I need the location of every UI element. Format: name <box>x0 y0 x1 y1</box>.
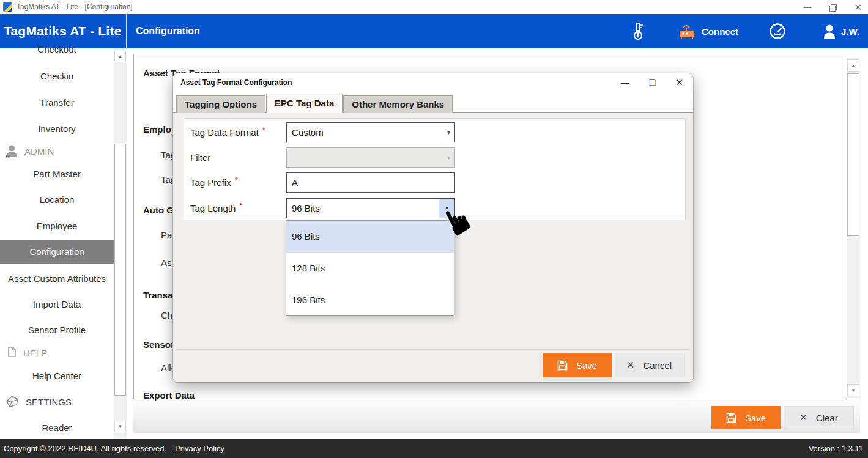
dialog-tabs: Tagging Options EPC Tag Data Other Memor… <box>176 94 453 113</box>
sidebar-section-admin-label: ADMIN <box>24 146 54 157</box>
dialog-cancel-button[interactable]: ✕ Cancel <box>614 353 685 377</box>
sidebar-item-location[interactable]: Location <box>0 191 114 209</box>
required-marker: * <box>262 125 265 135</box>
filter-label: Filter <box>190 147 210 168</box>
dropdown-option-96-bits[interactable]: 96 Bits <box>286 221 454 253</box>
app-icon <box>3 2 12 12</box>
section-transaction: Transa <box>143 290 172 300</box>
sidebar-item-asset-custom-attributes[interactable]: Asset Custom Attributes <box>0 270 114 288</box>
tag-length-label: Tag Length* <box>190 198 242 219</box>
page-save-label: Save <box>745 413 766 423</box>
tag-length-select[interactable]: 96 Bits ▾ <box>286 198 455 218</box>
sidebar-item-help-center[interactable]: Help Center <box>0 367 114 385</box>
sidebar-item-import-data[interactable]: Import Data <box>0 295 114 314</box>
tab-epc-tag-data[interactable]: EPC Tag Data <box>266 94 343 113</box>
dialog-minimize-button[interactable]: — <box>621 78 629 87</box>
window-minimize-button[interactable]: — <box>803 2 811 12</box>
dialog-footer-divider <box>177 349 689 350</box>
tag-length-dropdown-list: 96 Bits 128 Bits 196 Bits <box>286 220 454 316</box>
tag-length-dropdown-button[interactable]: ▾ <box>439 199 454 218</box>
sidebar-item-transfer[interactable]: Transfer <box>0 94 114 112</box>
page-clear-label: Clear <box>816 413 838 423</box>
sidebar-scroll-down-icon[interactable]: ▼ <box>114 421 126 432</box>
sidebar-item-checkout[interactable]: Checkout <box>0 40 114 59</box>
dialog-cancel-label: Cancel <box>643 360 672 371</box>
dropdown-option-196-bits[interactable]: 196 Bits <box>286 284 454 316</box>
window-title: TagMatiks AT - Lite - [Configuration] <box>17 0 133 14</box>
page-clear-button[interactable]: ✕ Clear <box>784 406 854 429</box>
section-sensor: Sensor <box>143 339 174 350</box>
window-close-button[interactable]: ✕ <box>854 2 862 13</box>
sidebar-section-settings-label: SETTINGS <box>26 397 72 407</box>
sidebar-section-settings: SETTINGS <box>5 393 72 410</box>
chevron-down-icon: ▾ <box>445 204 448 211</box>
sidebar-section-help: HELP <box>5 344 47 361</box>
sidebar-scroll-up-icon[interactable]: ▲ <box>114 51 126 62</box>
app-header: TagMatiks AT - Lite Configuration <box>0 14 868 48</box>
dialog-content: Tag Data Format* Custom ▾ Filter ▾ Tag P… <box>173 112 693 382</box>
tab-tagging-options[interactable]: Tagging Options <box>176 95 265 113</box>
header-divider <box>126 14 127 48</box>
page-action-bar: Save ✕ Clear <box>133 401 860 433</box>
os-titlebar: TagMatiks AT - Lite - [Configuration] — … <box>0 0 868 14</box>
tag-prefix-field-wrap <box>286 172 455 193</box>
main-scrollbar[interactable]: ▲ ▼ <box>847 58 860 398</box>
asset-tag-format-dialog: Asset Tag Format Configuration — □ ✕ Tag… <box>173 73 693 382</box>
chevron-down-icon: ▾ <box>447 148 450 167</box>
footer-bar: Copyright © 2022 RFID4U. All rights rese… <box>0 439 868 458</box>
connect-button[interactable]: Connect <box>678 23 738 39</box>
section-export-data: Export Data <box>143 390 195 401</box>
settings-cube-icon <box>5 394 20 409</box>
page-save-button[interactable]: Save <box>711 406 781 429</box>
sidebar-scroll-thumb[interactable] <box>114 144 126 396</box>
dropdown-option-128-bits[interactable]: 128 Bits <box>286 253 454 284</box>
required-marker: * <box>239 201 242 210</box>
dialog-titlebar: Asset Tag Format Configuration — □ ✕ <box>173 73 693 92</box>
sidebar-item-reader[interactable]: Reader <box>0 419 114 437</box>
tag-length-value: 96 Bits <box>292 203 320 213</box>
sidebar-item-checkin[interactable]: Checkin <box>0 67 114 86</box>
sidebar-section-admin: ADMIN <box>5 142 54 160</box>
version-text: Version : 1.3.11 <box>809 439 863 458</box>
gauge-icon <box>769 23 786 40</box>
section-auto-generate: Auto G <box>143 205 174 215</box>
cancel-x-icon: ✕ <box>627 360 635 371</box>
main-scroll-down-icon[interactable]: ▼ <box>847 384 859 396</box>
dashboard-button[interactable] <box>769 23 786 40</box>
required-marker: * <box>235 175 238 185</box>
user-icon <box>823 24 836 39</box>
dialog-save-label: Save <box>576 360 597 371</box>
filter-select: ▾ <box>286 147 455 168</box>
window-restore-button[interactable] <box>829 4 836 10</box>
sidebar-item-configuration[interactable]: Configuration <box>0 240 114 264</box>
tag-prefix-label: Tag Prefix* <box>190 172 238 193</box>
clear-x-icon: ✕ <box>799 412 807 423</box>
reader-connect-icon <box>678 23 697 39</box>
sidebar-item-employee[interactable]: Employee <box>0 217 114 235</box>
privacy-policy-link[interactable]: Privacy Policy <box>175 439 224 458</box>
user-initials: J.W. <box>841 26 859 37</box>
main-scroll-thumb[interactable] <box>847 73 859 236</box>
tag-prefix-input[interactable] <box>292 174 447 191</box>
copyright-text: Copyright © 2022 RFID4U. All rights rese… <box>4 439 166 458</box>
connect-label: Connect <box>702 26 738 37</box>
sidebar-scrollbar[interactable]: ▲ ▼ <box>114 48 127 439</box>
temperature-button[interactable] <box>631 22 645 40</box>
page-title: Configuration <box>136 14 200 48</box>
sidebar-item-part-master[interactable]: Part Master <box>0 165 114 183</box>
dialog-close-button[interactable]: ✕ <box>675 77 683 88</box>
tab-other-memory-banks[interactable]: Other Memory Banks <box>343 95 453 113</box>
main-scroll-up-icon[interactable]: ▲ <box>847 59 859 72</box>
section-employee: Employ <box>143 124 176 135</box>
dialog-save-button[interactable]: Save <box>543 353 612 377</box>
help-pages-icon <box>5 346 17 360</box>
tag-data-format-select[interactable]: Custom ▾ <box>286 122 455 142</box>
dialog-maximize-button[interactable]: □ <box>650 77 656 88</box>
tag-data-format-value: Custom <box>292 127 324 138</box>
user-menu-button[interactable]: J.W. <box>823 24 859 39</box>
dialog-title: Asset Tag Format Configuration <box>180 73 292 92</box>
sidebar-item-inventory[interactable]: Inventory <box>0 120 114 138</box>
sidebar-nav: Checkout Checkin Transfer Inventory ADMI… <box>0 48 128 439</box>
admin-person-icon <box>5 144 18 158</box>
sidebar-item-sensor-profile[interactable]: Sensor Profile <box>0 321 114 339</box>
